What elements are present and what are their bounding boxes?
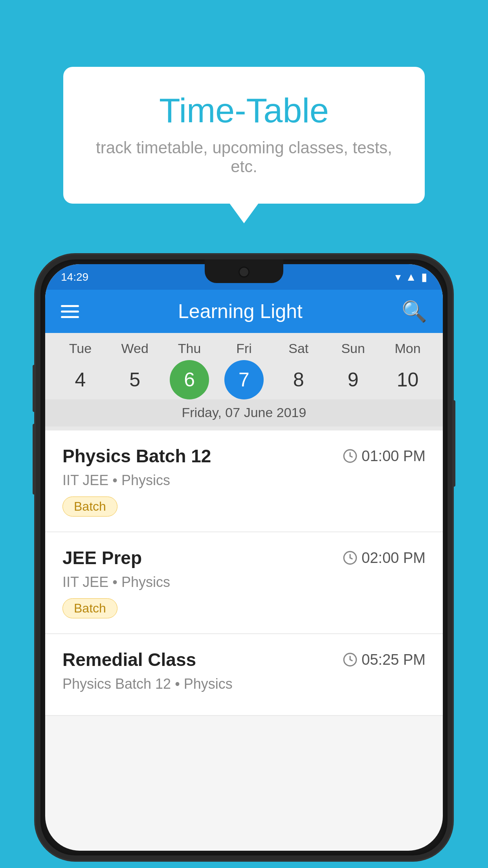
day-8[interactable]: 8 <box>279 360 318 399</box>
bubble-subtitle: track timetable, upcoming classes, tests… <box>95 138 393 176</box>
clock-icon-1 <box>343 449 358 463</box>
schedule-item-1[interactable]: Physics Batch 12 01:00 PM IIT JEE • Phys… <box>45 430 443 532</box>
day-6-today[interactable]: 6 <box>170 360 209 399</box>
day-header-wed: Wed <box>115 341 154 356</box>
schedule-title-2: JEE Prep <box>62 547 142 568</box>
schedule-subtitle-2: IIT JEE • Physics <box>62 574 426 590</box>
schedule-time-1: 01:00 PM <box>343 448 426 465</box>
day-7-selected[interactable]: 7 <box>224 360 264 399</box>
phone-screen: 14:29 ▾ ▲ ▮ Learning Light 🔍 <box>45 264 443 851</box>
schedule-item-1-header: Physics Batch 12 01:00 PM <box>62 445 426 467</box>
day-numbers: 4 5 6 7 8 9 10 <box>45 360 443 399</box>
status-time: 14:29 <box>61 271 88 283</box>
schedule-time-2: 02:00 PM <box>343 550 426 566</box>
battery-icon: ▮ <box>421 270 427 283</box>
schedule-item-3-header: Remedial Class 05:25 PM <box>62 649 426 670</box>
phone-button-volume-up <box>33 365 36 412</box>
schedule-item-2-header: JEE Prep 02:00 PM <box>62 547 426 568</box>
time-text-1: 01:00 PM <box>361 448 426 465</box>
day-header-thu: Thu <box>170 341 209 356</box>
day-header-fri: Fri <box>224 341 264 356</box>
schedule-list: Physics Batch 12 01:00 PM IIT JEE • Phys… <box>45 430 443 716</box>
day-header-mon: Mon <box>388 341 427 356</box>
clock-icon-2 <box>343 550 358 565</box>
phone-notch <box>205 259 283 283</box>
menu-button[interactable] <box>61 305 79 318</box>
schedule-title-1: Physics Batch 12 <box>62 445 211 467</box>
day-10[interactable]: 10 <box>388 360 427 399</box>
schedule-item-2[interactable]: JEE Prep 02:00 PM IIT JEE • Physics Batc… <box>45 532 443 634</box>
schedule-subtitle-1: IIT JEE • Physics <box>62 472 426 489</box>
time-text-2: 02:00 PM <box>361 550 426 566</box>
day-header-sat: Sat <box>279 341 318 356</box>
schedule-time-3: 05:25 PM <box>343 651 426 668</box>
time-text-3: 05:25 PM <box>361 651 426 668</box>
batch-tag-1: Batch <box>62 497 117 517</box>
phone-button-volume-down <box>33 424 36 495</box>
speech-bubble: Time-Table track timetable, upcoming cla… <box>63 67 425 204</box>
menu-line-1 <box>61 305 79 307</box>
phone-camera <box>238 267 250 278</box>
clock-icon-3 <box>343 652 358 667</box>
bubble-title: Time-Table <box>95 90 393 131</box>
phone-frame: 14:29 ▾ ▲ ▮ Learning Light 🔍 <box>36 255 452 860</box>
status-icons: ▾ ▲ ▮ <box>395 270 427 283</box>
day-5[interactable]: 5 <box>115 360 154 399</box>
batch-tag-2: Batch <box>62 598 117 618</box>
wifi-icon: ▾ <box>395 270 401 283</box>
day-header-tue: Tue <box>61 341 100 356</box>
day-headers: Tue Wed Thu Fri Sat Sun Mon <box>45 341 443 356</box>
schedule-item-3[interactable]: Remedial Class 05:25 PM Physics Batch 12… <box>45 634 443 716</box>
signal-icon: ▲ <box>405 271 416 283</box>
search-icon[interactable]: 🔍 <box>402 300 427 324</box>
day-header-sun: Sun <box>334 341 373 356</box>
app-title: Learning Light <box>178 300 303 323</box>
phone-mockup: 14:29 ▾ ▲ ▮ Learning Light 🔍 <box>36 255 452 860</box>
day-9[interactable]: 9 <box>334 360 373 399</box>
menu-line-2 <box>61 311 79 313</box>
schedule-title-3: Remedial Class <box>62 649 196 670</box>
menu-line-3 <box>61 316 79 318</box>
calendar-strip: Tue Wed Thu Fri Sat Sun Mon 4 5 6 7 8 9 … <box>45 333 443 430</box>
schedule-subtitle-3: Physics Batch 12 • Physics <box>62 676 426 692</box>
day-4[interactable]: 4 <box>61 360 100 399</box>
phone-button-power <box>452 400 455 487</box>
selected-date-label: Friday, 07 June 2019 <box>45 399 443 427</box>
app-toolbar: Learning Light 🔍 <box>45 290 443 333</box>
